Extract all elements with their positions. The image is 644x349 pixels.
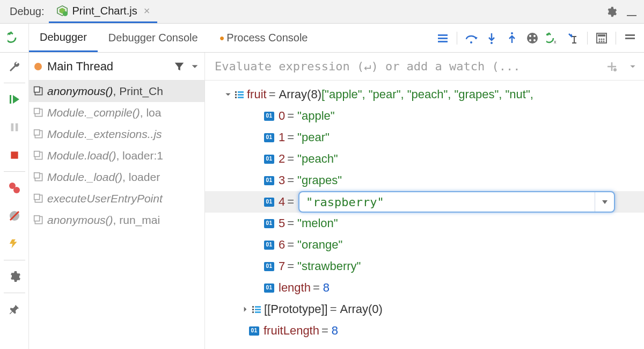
breakpoints-enabled-icon[interactable] [0,174,29,202]
index-badge-icon: 01 [264,176,274,185]
var-item-2[interactable]: 01 2 = "peach" [205,148,644,170]
var-fruit[interactable]: fruit = Array(8) ["apple", "pear", "peac… [205,84,644,105]
svg-point-30 [13,187,20,193]
stack-frame[interactable]: anonymous(), Print_Ch [29,81,204,102]
var-item-7[interactable]: 01 7 = "strawberry" [205,256,644,277]
calculator-icon[interactable] [595,32,608,45]
wrench-icon[interactable] [0,53,29,81]
svg-point-12 [529,39,531,41]
minimize-icon[interactable] [627,8,636,16]
frame-icon [33,150,44,161]
svg-point-13 [533,39,536,41]
var-fruitlength[interactable]: 01 fruitLength = 8 [205,320,644,341]
stack-frame[interactable]: executeUserEntryPoint [29,188,204,209]
dropdown-icon[interactable] [191,62,199,71]
svg-rect-37 [34,108,40,114]
tab-debugger[interactable]: Debugger [29,24,98,52]
tab-title: Print_Chart.js [72,5,137,17]
tab-debugger-console[interactable]: Debugger Console [98,24,209,52]
svg-rect-3 [438,34,448,36]
frame-icon [33,107,44,118]
frame-icon [33,215,44,226]
left-icon-strip [0,53,29,349]
thread-selector[interactable]: Main Thread [29,53,205,80]
svg-point-2 [62,11,67,16]
pin-icon[interactable] [0,295,29,323]
svg-rect-35 [34,87,40,92]
var-item-0[interactable]: 01 0 = "apple" [205,105,644,127]
eval-dropdown-icon[interactable] [629,63,636,70]
var-item-4-editing[interactable]: 01 4 = [205,191,644,213]
var-length[interactable]: 01 length = 8 [205,277,644,299]
step-into-icon[interactable] [485,32,498,45]
filter-icon[interactable] [173,61,185,72]
svg-text:x: x [554,39,557,45]
thread-status-icon [34,63,42,70]
evaluate-expression-input[interactable]: Evaluate expression (↵) or add a watch (… [205,53,644,80]
tab-process-console[interactable]: ● Process Console [209,24,319,52]
svg-point-18 [601,38,603,40]
history-dropdown-icon[interactable] [595,192,614,212]
svg-point-11 [533,35,536,37]
resume-ws-icon[interactable]: x [546,32,559,45]
settings-icon[interactable] [0,263,29,290]
index-badge-icon: 01 [264,262,274,271]
view-breakpoints-icon[interactable] [526,32,539,45]
svg-rect-5 [438,41,448,42]
svg-point-33 [613,68,617,71]
expand-icon[interactable] [221,91,235,98]
frame-icon [33,129,44,140]
var-prototype[interactable]: [[Prototype]] = Array(0) [205,299,644,320]
var-item-6[interactable]: 01 6 = "orange" [205,234,644,256]
close-icon[interactable]: × [142,5,150,17]
expand-icon[interactable] [238,306,252,313]
svg-rect-45 [34,194,40,200]
run-to-cursor-icon[interactable] [567,32,580,45]
warning-dot-icon: ● [219,33,225,43]
thread-name: Main Thread [47,60,168,74]
gear-icon[interactable] [605,6,617,18]
svg-rect-28 [11,151,18,158]
frame-icon [33,172,44,183]
stack-frame[interactable]: anonymous(), run_mai [29,209,204,231]
add-watch-icon[interactable] [605,60,618,73]
more-icon[interactable] [624,32,636,45]
svg-point-9 [527,33,538,43]
svg-rect-24 [625,38,635,39]
debug-config-tab[interactable]: Print_Chart.js × [49,0,158,23]
index-badge-icon: 01 [264,133,274,142]
rerun-button[interactable] [0,24,29,52]
frame-icon [33,86,44,97]
svg-point-19 [603,38,605,40]
svg-point-8 [511,32,513,34]
var-item-3[interactable]: 01 3 = "grapes" [205,170,644,191]
svg-rect-43 [34,173,40,178]
async-icon[interactable] [0,230,29,258]
svg-rect-25 [10,95,11,104]
variables-panel: fruit = Array(8) ["apple", "pear", "peac… [205,81,644,349]
array-icon [252,306,261,313]
stack-frame[interactable]: Module.load(), loader:1 [29,145,204,166]
svg-point-10 [529,35,531,37]
stack-frame[interactable]: Module._load(), loader [29,166,204,188]
svg-rect-41 [34,151,40,157]
index-badge-icon: 01 [264,283,274,293]
svg-point-21 [601,40,603,42]
value-edit-input[interactable] [305,195,592,209]
var-item-1[interactable]: 01 1 = "pear" [205,127,644,148]
step-out-icon[interactable] [506,32,518,45]
index-badge-icon: 01 [249,326,259,336]
stop-button[interactable] [0,141,29,169]
eval-placeholder: Evaluate expression (↵) or add a watch (… [215,60,521,73]
step-over-icon[interactable] [465,32,478,45]
resume-button[interactable] [0,85,29,113]
debug-label: Debug: [0,5,49,18]
mute-breakpoints-icon[interactable] [0,202,29,230]
stack-frame[interactable]: Module._extensions..js [29,123,204,145]
threads-icon[interactable] [436,32,449,45]
svg-rect-26 [11,123,13,132]
value-edit-box[interactable] [298,191,615,213]
pause-button[interactable] [0,113,29,141]
var-item-5[interactable]: 01 5 = "melon" [205,213,644,234]
stack-frame[interactable]: Module._compile(), loa [29,102,204,123]
